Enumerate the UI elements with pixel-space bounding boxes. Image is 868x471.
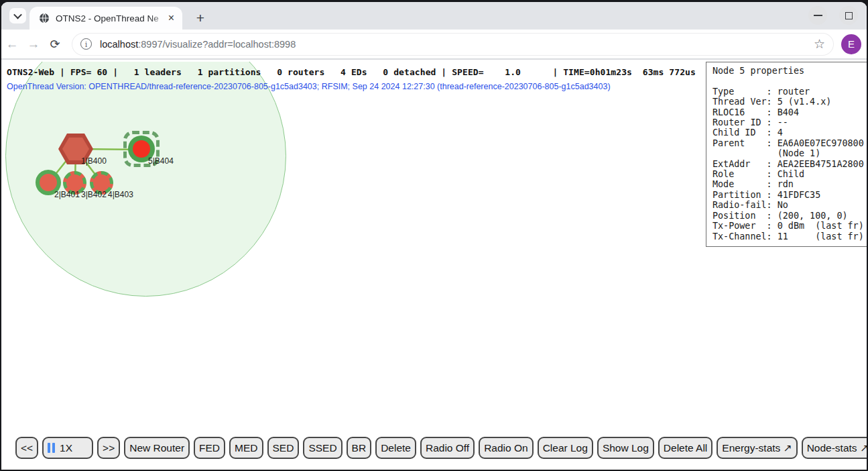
speed-label: 1X xyxy=(60,441,72,455)
clear-log-button[interactable]: Clear Log xyxy=(538,437,593,459)
fast-forward-button[interactable]: >> xyxy=(97,437,120,459)
reload-button[interactable]: ⟳ xyxy=(44,37,66,52)
bookmark-star-icon[interactable]: ☆ xyxy=(814,36,825,52)
delete-button[interactable]: Delete xyxy=(375,437,416,459)
minimize-icon xyxy=(814,15,822,16)
window-minimize-button[interactable] xyxy=(808,6,827,25)
openthread-version-text: OpenThread Version: OPENTHREAD/thread-re… xyxy=(7,82,611,91)
site-info-icon[interactable]: i xyxy=(80,38,92,50)
browser-window: OTNS2 - OpenThread Ne × + ← → ⟳ i localh… xyxy=(0,0,868,471)
speed-button[interactable]: 1X xyxy=(42,437,93,459)
simulation-status-bar: OTNS2-Web | FPS= 60 | 1 leaders 1 partit… xyxy=(7,67,696,77)
node-label: 4|B403 xyxy=(108,190,133,199)
tab-close-icon[interactable]: × xyxy=(167,13,176,23)
address-bar[interactable]: i localhost:8997/visualize?addr=localhos… xyxy=(72,34,833,55)
action-toolbar: << 1X >> New Router FED MED SED SSED BR … xyxy=(15,437,867,459)
delete-all-button[interactable]: Delete All xyxy=(658,437,712,459)
url-text[interactable]: localhost:8997/visualize?addr=localhost:… xyxy=(100,39,296,50)
url-host: localhost xyxy=(100,39,138,50)
node-properties-text: Node 5 properties Type : router Thread V… xyxy=(712,66,862,242)
show-log-button[interactable]: Show Log xyxy=(597,437,654,459)
energy-stats-button[interactable]: Energy-stats ↗ xyxy=(717,437,797,459)
new-tab-button[interactable]: + xyxy=(191,9,210,28)
tab-otns2[interactable]: OTNS2 - OpenThread Ne × xyxy=(29,7,182,30)
node-label: 5|B404 xyxy=(148,156,174,166)
otns-canvas: OTNS2-Web | FPS= 60 | 1 leaders 1 partit… xyxy=(1,62,867,470)
sed-button[interactable]: SED xyxy=(267,437,300,459)
new-router-button[interactable]: New Router xyxy=(124,437,190,459)
back-button[interactable]: ← xyxy=(1,37,23,52)
radio-off-button[interactable]: Radio Off xyxy=(420,437,475,459)
ssed-button[interactable]: SSED xyxy=(303,437,342,459)
node-5-core xyxy=(133,140,150,158)
globe-favicon-icon xyxy=(39,13,50,23)
tab-title: OTNS2 - OpenThread Ne xyxy=(56,13,167,23)
rewind-button[interactable]: << xyxy=(15,437,38,459)
url-path: :8997/visualize?addr=localhost:8998 xyxy=(138,39,296,50)
tab-strip: OTNS2 - OpenThread Ne × + xyxy=(1,2,867,30)
browser-toolbar: ← → ⟳ i localhost:8997/visualize?addr=lo… xyxy=(1,30,867,60)
node-properties-panel: Node 5 properties Type : router Thread V… xyxy=(706,62,867,247)
node-label: 3|B402 xyxy=(81,190,107,199)
fed-button[interactable]: FED xyxy=(194,437,225,459)
tab-search-button[interactable] xyxy=(9,8,26,23)
node-label: 1|B400 xyxy=(81,156,107,166)
br-button[interactable]: BR xyxy=(347,437,372,459)
node-stats-button[interactable]: Node-stats ↗ xyxy=(802,437,867,459)
forward-button[interactable]: → xyxy=(23,37,44,52)
profile-avatar[interactable]: E xyxy=(841,34,861,54)
window-maximize-button[interactable] xyxy=(839,6,858,25)
node-label: 2|B401 xyxy=(54,190,80,199)
radio-on-button[interactable]: Radio On xyxy=(479,437,533,459)
chevron-down-icon xyxy=(13,11,22,19)
maximize-icon xyxy=(845,12,853,19)
med-button[interactable]: MED xyxy=(229,437,263,459)
pause-icon xyxy=(48,443,55,453)
